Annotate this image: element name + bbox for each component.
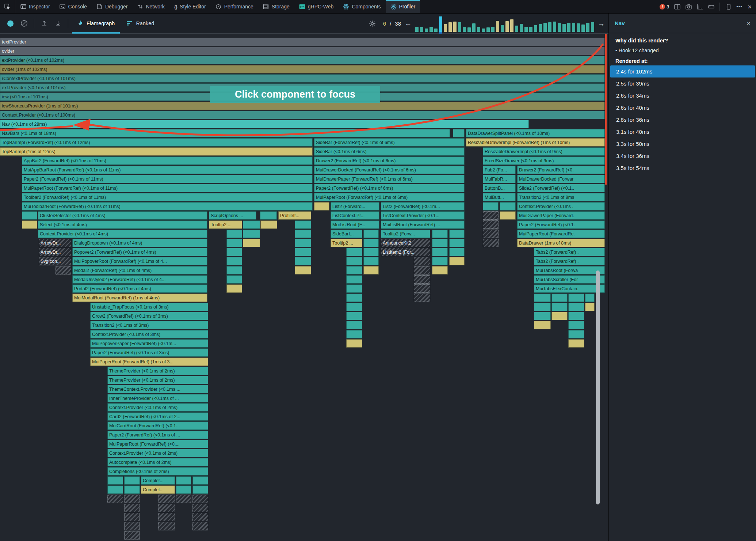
flame-bar[interactable]: Unstable_TrapFocus (<0.1ms of 3ms)	[90, 303, 208, 311]
flame-bar[interactable]: Card2 (ForwardRef) (<0.1ms of 2...	[107, 412, 208, 421]
flame-bar[interactable]: AnnounceKit2	[381, 239, 430, 247]
flame-bar[interactable]	[192, 495, 208, 503]
histogram-bar[interactable]	[477, 27, 480, 32]
flame-bar[interactable]: Popover2 (ForwardRef) (<0.1ms of 4ms)	[72, 248, 207, 256]
flame-bar[interactable]	[483, 202, 499, 211]
histogram-bar[interactable]	[501, 25, 504, 32]
flame-bar[interactable]: Fab2 (Fo...	[483, 166, 516, 174]
settings-gear-icon[interactable]	[369, 19, 377, 27]
flame-bar[interactable]: MuiListRoot (ForwardRef) ...	[381, 220, 465, 229]
flame-bar[interactable]	[414, 284, 430, 293]
flame-bar[interactable]: Context.Provider (<0.1ms of 2ms)	[107, 403, 208, 412]
flame-bar[interactable]	[551, 303, 568, 311]
flame-bar[interactable]	[568, 330, 584, 338]
flame-bar[interactable]	[260, 220, 277, 229]
flame-bar[interactable]: Paper2 (ForwardRef) (<0.1ms of 3ms)	[90, 348, 208, 357]
flame-bar[interactable]: Transition2 (<0.1ms of 3ms)	[90, 321, 208, 329]
flame-bar[interactable]	[551, 294, 568, 302]
flame-bar[interactable]	[568, 321, 584, 329]
flame-bar[interactable]: MuiToolbarRoot (ForwardRef) (<0.1ms of 1…	[22, 202, 313, 211]
histogram-bar[interactable]	[486, 27, 490, 32]
import-icon[interactable]	[40, 19, 48, 27]
histogram-bar[interactable]	[586, 23, 589, 32]
flame-bar[interactable]: Tabs2 (ForwardRef) .	[534, 248, 605, 256]
flame-bar[interactable]	[346, 284, 362, 293]
flame-bar[interactable]: Paper2 (ForwardRef) (<0.1.	[517, 220, 605, 229]
flame-bar[interactable]: Complet...	[141, 476, 175, 485]
rendered-at-item[interactable]: 2.6s for 40ms	[609, 102, 756, 114]
flame-bar[interactable]: MuiDrawerDocked (Forwar	[517, 175, 605, 183]
flame-bar[interactable]: Paper2 (ForwardRef) (<0.1ms of 11ms)	[22, 175, 313, 183]
clear-icon[interactable]	[20, 19, 28, 27]
flame-bar[interactable]	[453, 129, 465, 137]
flame-bar[interactable]	[176, 485, 191, 494]
tab-profiler[interactable]: Profiler	[386, 0, 420, 13]
flame-bar[interactable]: extProvider (<0.1ms of 102ms)	[0, 56, 605, 64]
screenshot-icon[interactable]	[686, 4, 692, 10]
flame-bar[interactable]	[363, 266, 379, 275]
flame-bar[interactable]: ScriptOptions ...	[209, 211, 256, 220]
flame-bar[interactable]	[176, 495, 191, 503]
flame-bar[interactable]	[192, 476, 208, 485]
flame-bar[interactable]	[243, 230, 260, 238]
flame-bar[interactable]	[483, 220, 499, 229]
flame-bar[interactable]	[346, 257, 362, 265]
flame-bar[interactable]	[158, 513, 175, 521]
flame-bar[interactable]	[414, 266, 430, 275]
flame-bar[interactable]: MuiTabsFlexContain.	[534, 284, 605, 293]
flame-bar[interactable]: Paper2 (ForwardRef) (<0.1ms of 6ms)	[314, 184, 465, 192]
tab-performance[interactable]: Performance	[211, 0, 258, 13]
tab-style-editor[interactable]: { } Style Editor	[169, 0, 211, 13]
flame-bar[interactable]: MuiPaperRoot (ForwardRef) (<0.1ms of 11m…	[22, 184, 313, 192]
flame-bar[interactable]	[192, 485, 208, 494]
flame-bar[interactable]	[124, 522, 140, 530]
flame-bar[interactable]	[534, 312, 551, 320]
flame-bar[interactable]: ThemeProvider (<0.1ms of 2ms)	[107, 376, 208, 384]
histogram-bar[interactable]	[553, 22, 556, 32]
flamegraph-scrollbar[interactable]	[596, 270, 600, 504]
flame-bar[interactable]	[176, 476, 191, 485]
flame-bar[interactable]	[346, 321, 362, 329]
flame-bar[interactable]: Transition2 (<0.1ms of 8ms	[517, 193, 605, 201]
flame-bar[interactable]	[22, 220, 37, 229]
flame-bar[interactable]	[483, 239, 499, 247]
flame-bar[interactable]	[534, 294, 551, 302]
flame-bar[interactable]	[483, 230, 499, 238]
flame-bar[interactable]: ovider	[0, 47, 605, 55]
flame-bar[interactable]: AppBar2 (ForwardRef) (<0.1ms of 11ms)	[22, 156, 313, 165]
flame-bar[interactable]: ArrowDr...	[39, 248, 71, 256]
rendered-at-item[interactable]: 2.4s for 102ms	[610, 65, 755, 77]
flame-bar[interactable]: MuiPaperRoot (ForwardRef) (1ms of 3...	[90, 357, 208, 366]
flame-bar[interactable]	[346, 248, 362, 256]
flame-bar[interactable]: ListContext.Pr...	[331, 211, 379, 220]
histogram-bar[interactable]	[425, 29, 428, 32]
histogram-bar[interactable]	[496, 21, 499, 32]
flame-bar[interactable]: textProvider	[0, 38, 605, 46]
flame-bar[interactable]	[568, 312, 584, 320]
flame-bar[interactable]: MuiDrawerDocked (ForwardRef) (<0.1ms of …	[314, 166, 465, 174]
flame-bar[interactable]: Tooltip2 (Forw...	[381, 230, 430, 238]
flame-bar[interactable]: MuiPaperRoot (ForwardRe.	[517, 230, 605, 238]
flame-bar[interactable]: List2 (Forward...	[331, 202, 379, 211]
meatballs-menu-icon[interactable]: •••	[736, 4, 742, 9]
flame-bar[interactable]: Modal2 (ForwardRef) (<0.1ms of 4ms)	[72, 266, 207, 275]
histogram-bar[interactable]	[558, 23, 561, 32]
flame-bar[interactable]: SideBar (<0.1ms of 6ms)	[314, 147, 465, 156]
histogram-bar[interactable]	[591, 22, 594, 32]
rendered-at-item[interactable]: 3.3s for 50ms	[609, 138, 756, 150]
flame-bar[interactable]: FixedSizeDrawer (<0.1ms of 9ms)	[483, 156, 605, 165]
flame-bar[interactable]: ThemeProvider (<0.1ms of 2ms)	[107, 367, 208, 375]
flame-bar[interactable]: SideBar (ForwardRef) (<0.1ms of 6ms)	[314, 138, 465, 147]
flame-bar[interactable]: MuiPaperRoot (ForwardRef) (<0....	[107, 440, 208, 448]
flame-bar[interactable]	[295, 230, 311, 238]
flame-bar[interactable]	[158, 504, 175, 512]
flame-bar[interactable]	[124, 485, 140, 494]
rendered-at-item[interactable]: 3.4s for 36ms	[609, 150, 756, 162]
histogram-bar[interactable]	[581, 24, 585, 32]
flame-bar[interactable]: Grow2 (ForwardRef) (<0.1ms of 3ms)	[90, 312, 208, 320]
flame-bar[interactable]	[226, 230, 242, 238]
flame-bar[interactable]	[534, 303, 551, 311]
flame-bar[interactable]	[346, 339, 362, 348]
flame-bar[interactable]: Drawer2 (ForwardRef) (<0.	[517, 166, 605, 174]
flame-bar[interactable]: NavBars (<0.1ms of 18ms)	[0, 129, 450, 137]
